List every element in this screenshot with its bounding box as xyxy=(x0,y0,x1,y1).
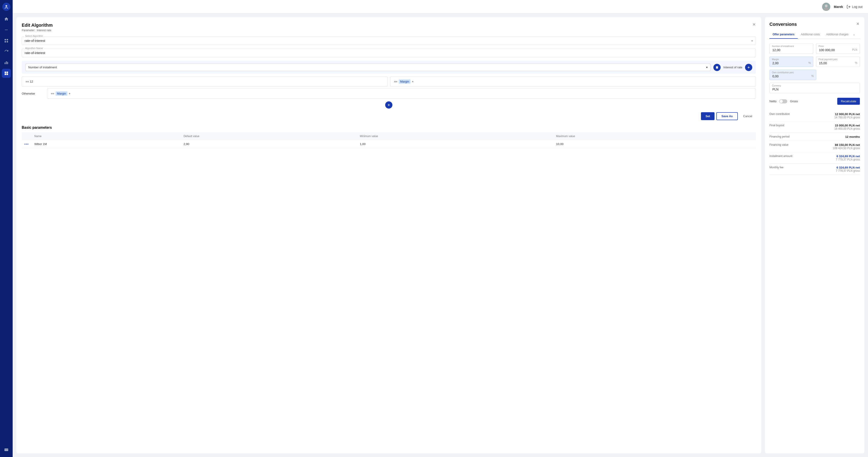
close-button[interactable] xyxy=(751,22,757,27)
select-algorithm-label: Select Algorithm xyxy=(24,35,44,37)
result-financing-value: Financing value 88 150,00 PLN net 108 42… xyxy=(770,141,860,152)
basic-params-table: Name Default value Minimum value Maximum… xyxy=(22,132,756,148)
sidebar-item-minus[interactable] xyxy=(2,25,11,34)
sidebar-item-chart[interactable] xyxy=(2,58,11,67)
result-value: 6 324,69 PLN net 7 779,37 PLN gross xyxy=(836,166,860,172)
fields-row-3: Own contribution perc % xyxy=(770,70,860,80)
sidebar xyxy=(0,0,13,457)
result-final-buyout: Final buyout 15 000,00 PLN net 18 450,00… xyxy=(770,121,860,133)
svg-rect-4 xyxy=(5,41,6,42)
col-name xyxy=(22,132,32,140)
result-label: Final buyout xyxy=(770,124,784,127)
expr-box-left-1[interactable]: == 12 xyxy=(22,77,388,87)
add-more-button[interactable] xyxy=(385,102,393,109)
recalculate-button[interactable]: Recalculate xyxy=(837,98,860,105)
algorithm-name-label: Algorithm Name xyxy=(24,47,44,50)
col-default-header: Default value xyxy=(181,132,357,140)
fields-row-2: Margin % Final payment perc % xyxy=(770,57,860,67)
sidebar-item-card[interactable] xyxy=(2,445,11,454)
svg-rect-9 xyxy=(5,72,6,73)
gross-label: Gross xyxy=(790,99,798,103)
edit-algorithm-panel: Edit Algorithm Parameter: Interest rate … xyxy=(16,17,761,453)
sidebar-item-home[interactable] xyxy=(2,15,11,24)
subtitle-value: Interest rate xyxy=(37,29,51,32)
logout-icon xyxy=(846,5,850,9)
final-payment-field: Final payment perc % xyxy=(816,57,860,67)
sidebar-item-tiles[interactable] xyxy=(2,69,11,78)
row-max: 10,00 xyxy=(553,140,756,148)
price-input[interactable] xyxy=(819,48,857,52)
condition-select[interactable]: Number of installment ▾ xyxy=(25,63,711,71)
result-financing-period: Financing period 12 months xyxy=(770,133,860,141)
result-monthly-fee: Monthly fee 6 324,69 PLN net 7 779,37 PL… xyxy=(770,164,860,175)
algorithm-name-input[interactable] xyxy=(25,51,753,55)
save-as-button[interactable]: Save As xyxy=(716,112,738,120)
svg-rect-12 xyxy=(6,74,8,75)
cancel-button[interactable]: Cancel xyxy=(740,112,756,120)
result-primary: 12 000,00 PLN net xyxy=(834,112,860,116)
result-primary: 12 months xyxy=(845,135,860,139)
set-button[interactable]: Set xyxy=(701,112,715,120)
subtitle: Parameter: Interest rate xyxy=(22,29,756,32)
final-payment-input[interactable] xyxy=(819,61,857,65)
row-name: Wibor 1M xyxy=(32,140,181,148)
sidebar-item-refresh[interactable] xyxy=(2,47,11,56)
result-value: 88 150,00 PLN net 108 424,50 PLN gross xyxy=(833,143,860,150)
conversions-title: Conversions xyxy=(770,22,860,27)
svg-rect-8 xyxy=(7,62,8,64)
currency-input[interactable] xyxy=(772,88,857,91)
own-contribution-input[interactable] xyxy=(772,75,813,78)
logout-button[interactable]: Log out xyxy=(846,5,863,9)
row-dots[interactable]: ••• xyxy=(24,142,29,146)
netto-gross-row: Netto Gross Recalculate xyxy=(770,96,860,107)
fields-row-1: Number of installment Price PLN xyxy=(770,44,860,54)
result-value: 6 324,69 PLN net 7 779,37 PLN gross xyxy=(836,154,860,161)
select-algorithm-input[interactable]: rate-of-interest xyxy=(25,39,753,42)
col-name-header: Name xyxy=(32,132,181,140)
sidebar-logo[interactable] xyxy=(2,3,10,11)
col-min-header: Minimum value xyxy=(357,132,553,140)
margin-input[interactable] xyxy=(772,61,810,65)
otherwise-row: Otherwise == Margin + xyxy=(22,88,756,98)
svg-point-16 xyxy=(825,4,828,7)
result-value: 12 months xyxy=(845,135,860,139)
result-secondary: 18 450,00 PLN gross xyxy=(834,127,860,130)
delete-button[interactable] xyxy=(713,64,721,71)
otherwise-label: Otherwise xyxy=(22,92,44,95)
result-primary: 15 000,00 PLN net xyxy=(834,124,860,127)
fields-row-4: Currency xyxy=(770,83,860,93)
tab-additional-charges[interactable]: Additional charges xyxy=(823,31,852,39)
tab-more[interactable]: › xyxy=(852,31,857,39)
condition-select-arrow: ▾ xyxy=(706,66,708,69)
number-of-installment-label: Number of installment xyxy=(772,45,794,48)
own-contribution-label: Own contribution perc xyxy=(772,71,794,74)
add-condition-button[interactable] xyxy=(745,64,752,71)
expr-box-right-1[interactable]: == Margin + xyxy=(390,77,756,87)
spacer xyxy=(819,70,860,80)
svg-rect-1 xyxy=(5,30,8,30)
svg-rect-6 xyxy=(5,62,5,64)
row-min: 1,00 xyxy=(357,140,553,148)
tab-offer-parameters[interactable]: Offer parameters xyxy=(770,31,798,39)
content-area: Edit Algorithm Parameter: Interest rate … xyxy=(13,13,868,457)
basic-params-section: Basic parameters Name Default value Mini… xyxy=(22,125,756,148)
netto-gross-toggle[interactable] xyxy=(779,99,787,104)
expr-otherwise-suffix: + xyxy=(69,92,70,95)
svg-rect-10 xyxy=(6,72,8,73)
svg-point-17 xyxy=(824,7,829,11)
result-secondary: 7 779,37 PLN gross xyxy=(836,158,860,161)
result-primary: 88 150,00 PLN net xyxy=(833,143,860,147)
algorithm-name-field: Algorithm Name xyxy=(22,49,756,57)
number-of-installment-input[interactable] xyxy=(772,48,810,52)
result-label: Own contribution xyxy=(770,112,790,116)
tab-additional-costs[interactable]: Additional costs xyxy=(798,31,823,39)
own-contribution-unit: % xyxy=(811,75,814,78)
result-primary-blue: 6 324,69 PLN net xyxy=(836,166,860,169)
result-value: 15 000,00 PLN net 18 450,00 PLN gross xyxy=(834,124,860,130)
final-payment-label: Final payment perc xyxy=(818,58,838,61)
expr-box-otherwise[interactable]: == Margin + xyxy=(47,88,756,98)
sidebar-item-grid[interactable] xyxy=(2,36,11,45)
logout-label: Log out xyxy=(852,5,863,8)
condition-select-value: Number of installment xyxy=(28,66,57,69)
conversions-close-button[interactable] xyxy=(856,22,860,26)
